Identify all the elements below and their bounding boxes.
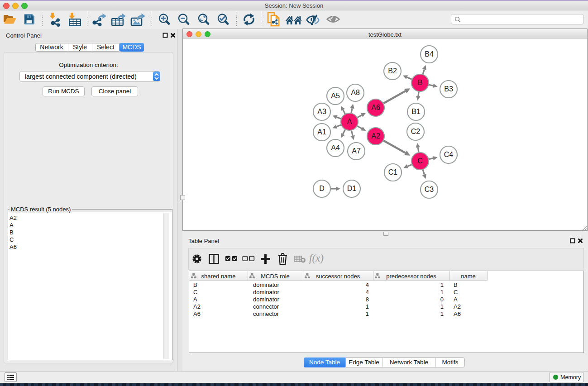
svg-text:B1: B1 [411, 108, 421, 115]
svg-text:A7: A7 [352, 147, 361, 155]
svg-text:B2: B2 [388, 67, 397, 75]
svg-text:A1: A1 [317, 128, 326, 136]
svg-text:A5: A5 [331, 92, 340, 100]
svg-text:C: C [417, 157, 423, 165]
svg-text:C2: C2 [411, 128, 421, 135]
svg-text:A: A [347, 118, 352, 125]
svg-text:A8: A8 [351, 89, 360, 96]
svg-text:C4: C4 [444, 151, 454, 158]
svg-text:D1: D1 [347, 185, 357, 192]
svg-text:A2: A2 [371, 132, 380, 140]
svg-text:C1: C1 [388, 168, 398, 176]
svg-text:B4: B4 [425, 50, 434, 58]
svg-text:C3: C3 [425, 186, 434, 193]
svg-text:B3: B3 [444, 85, 453, 93]
svg-text:A6: A6 [371, 104, 380, 111]
svg-text:D: D [319, 185, 325, 192]
svg-text:A4: A4 [331, 144, 340, 152]
svg-text:B: B [418, 79, 423, 86]
svg-text:A3: A3 [317, 108, 326, 115]
